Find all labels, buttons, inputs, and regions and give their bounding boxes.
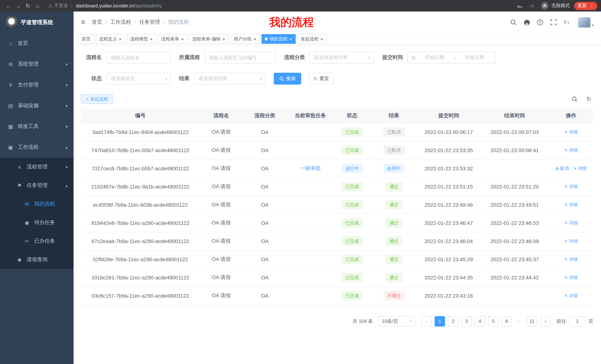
tab-close-icon[interactable]: ×: [150, 37, 153, 41]
jump-page-input[interactable]: [569, 316, 585, 326]
tab-close-icon[interactable]: ×: [320, 37, 323, 41]
reload-icon[interactable]: ↻: [23, 1, 33, 10]
cell-actions: ✎详情: [549, 196, 593, 214]
detail-action-link[interactable]: ✎详情: [573, 165, 587, 172]
tab-流程表单-编辑[interactable]: 流程表单-编辑×: [189, 34, 229, 44]
address-bar[interactable]: ⚠ 不安全 dashboard.yudao.iocoder.cn /bpm/ta…: [48, 3, 162, 9]
sidebar-item-label: 待办任务: [34, 219, 68, 226]
content: 流程名 所属流程 流程分类 请选择流程分类 ▾: [74, 45, 601, 364]
detail-action-link[interactable]: ✎详情: [564, 256, 578, 262]
breadcrumb-item[interactable]: 任务管理: [139, 19, 160, 26]
tab-流程定义[interactable]: 流程定义×: [96, 34, 125, 44]
status-select[interactable]: 请选择状态 ▾: [106, 73, 171, 85]
back-icon[interactable]: ←: [4, 1, 13, 10]
page-button-4[interactable]: 4: [475, 316, 485, 326]
tab-流程表单[interactable]: 流程表单×: [158, 34, 187, 44]
page-ellipsis[interactable]: ···: [515, 318, 524, 324]
fullscreen-icon[interactable]: [550, 19, 557, 26]
key-icon[interactable]: [516, 2, 524, 10]
page-button-5[interactable]: 5: [488, 316, 499, 326]
cancel-action-link[interactable]: ⊗取消: [555, 165, 569, 172]
reset-button[interactable]: ↻ 重置: [309, 73, 334, 85]
page-size-select[interactable]: 10条/页 ▾: [378, 316, 415, 326]
forward-icon[interactable]: →: [13, 1, 23, 10]
help-icon[interactable]: ?: [537, 19, 544, 26]
sidebar-item-todo-tasks[interactable]: ◉ 待办任务: [0, 213, 74, 232]
update-button[interactable]: 更新 ⋮: [574, 2, 597, 10]
cell-category: OA: [242, 268, 287, 287]
sidebar-item-payment[interactable]: ¥ 支付管理 ▾: [0, 75, 74, 95]
detail-action-link[interactable]: ✎详情: [564, 202, 578, 208]
sidebar-item-infrastructure[interactable]: ▤ 基础设施 ▾: [0, 95, 74, 116]
tab-close-icon[interactable]: ×: [253, 37, 256, 41]
detail-action-link[interactable]: ✎详情: [564, 220, 578, 226]
create-process-button[interactable]: + 发起流程: [81, 94, 113, 104]
tab-用户分组[interactable]: 用户分组×: [230, 34, 260, 44]
chevron-down-icon: ▾: [369, 56, 370, 59]
search-icon[interactable]: [510, 19, 517, 26]
bookmark-star-icon[interactable]: ☆: [528, 2, 536, 10]
sidebar-item-my-process[interactable]: ✉ 我的流程: [0, 195, 74, 213]
page-button-3[interactable]: 3: [461, 316, 472, 326]
tab-close-icon[interactable]: ×: [289, 37, 292, 41]
tab-close-icon[interactable]: ×: [181, 37, 184, 41]
breadcrumb-item[interactable]: 工作流程: [110, 19, 131, 26]
browser-menu-icon[interactable]: ⋮: [590, 3, 594, 8]
cell-status: 已完成: [334, 268, 371, 287]
detail-action-link[interactable]: ✎详情: [564, 129, 578, 135]
refresh-table-icon[interactable]: ↻: [584, 95, 593, 104]
status-tag: 已完成: [342, 255, 362, 264]
user-menu[interactable]: ▾: [578, 17, 594, 28]
hide-search-icon[interactable]: [570, 95, 579, 104]
page-button-1[interactable]: 1: [435, 316, 445, 326]
sidebar-item-process-mgmt[interactable]: ≡ 流程管理 ▾: [0, 158, 74, 176]
process-name-input[interactable]: [106, 52, 171, 63]
sidebar-item-task-mgmt[interactable]: ⚑ 任务管理 ▴: [0, 176, 74, 195]
detail-action-link[interactable]: ✎详情: [564, 238, 578, 244]
security-indicator[interactable]: ⚠ 不安全: [48, 3, 68, 9]
search-button[interactable]: 搜索: [274, 73, 301, 85]
tab-发起流程[interactable]: 发起流程×: [297, 34, 327, 44]
detail-action-link[interactable]: ✎详情: [564, 274, 578, 281]
breadcrumb-item[interactable]: 首页: [92, 19, 102, 26]
pagination-total: 共 104 条: [352, 318, 373, 325]
tab-我的流程[interactable]: 我的流程×: [261, 34, 295, 44]
result-select[interactable]: 请选择流结果 ▾: [194, 73, 266, 85]
page-button-11[interactable]: 11: [527, 316, 537, 326]
cell-id: 67c2eaab-7b9a-11ec-a290-acde48001122: [81, 232, 200, 250]
github-icon[interactable]: [523, 19, 531, 26]
sidebar-item-workflow[interactable]: ▣ 工作流程 ▴: [0, 137, 74, 158]
current-task-link[interactable]: 一级审批: [300, 165, 321, 171]
process-name-label: 流程名: [86, 54, 102, 61]
sidebar-item-devtools[interactable]: ▦ 研发工具 ▾: [0, 116, 74, 137]
home-nav-icon[interactable]: ⌂: [33, 1, 42, 10]
cell-end-time: 2022-01-23 00:07:03: [480, 123, 549, 141]
detail-action-link[interactable]: ✎详情: [564, 293, 578, 299]
result-tag: 通过: [386, 218, 402, 227]
sidebar-item-system[interactable]: ⚙ 系统管理 ▾: [0, 54, 74, 75]
reset-button-label: 重置: [320, 75, 329, 82]
sidebar-item-leave-query[interactable]: ☻ 请假查询: [0, 250, 74, 269]
next-page-button[interactable]: ›: [540, 316, 551, 326]
prev-page-button[interactable]: ‹: [421, 316, 432, 326]
submit-time-range-picker[interactable]: ⊞ 开始日期 - 结束日期: [408, 52, 496, 63]
sidebar-item-done-tasks[interactable]: ✂ 已办任务: [0, 232, 74, 250]
hamburger-icon[interactable]: ≡: [81, 18, 85, 26]
edit-icon: ✎: [564, 275, 568, 280]
category-select[interactable]: 请选择流程分类 ▾: [310, 52, 374, 63]
page-button-6[interactable]: 6: [501, 316, 512, 326]
page-button-2[interactable]: 2: [448, 316, 458, 326]
tab-流程模型[interactable]: 流程模型×: [127, 34, 156, 44]
tab-close-icon[interactable]: ×: [119, 37, 122, 41]
status-tag: 已完成: [342, 146, 362, 154]
detail-action-link[interactable]: ✎详情: [564, 183, 578, 190]
detail-action-link[interactable]: ✎详情: [564, 147, 578, 153]
tab-close-icon[interactable]: ×: [222, 37, 225, 41]
tab-首页[interactable]: 首页: [78, 34, 94, 44]
search-button-label: 搜索: [286, 75, 296, 82]
sidebar-item-home[interactable]: ⌂ 首页: [0, 33, 74, 54]
owner-process-input[interactable]: [204, 52, 276, 63]
logo[interactable]: 芋道管理系统: [0, 11, 74, 33]
result-placeholder: 请选择流结果: [198, 75, 227, 82]
font-size-icon[interactable]: TT: [563, 19, 571, 26]
